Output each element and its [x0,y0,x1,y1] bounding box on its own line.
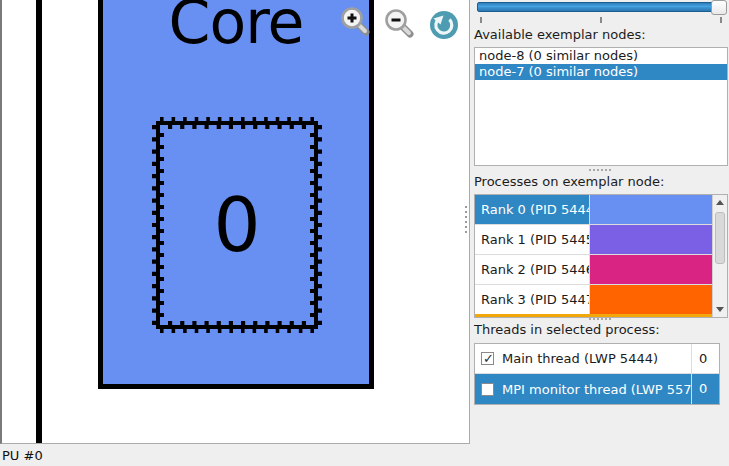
thread-checkbox-checked[interactable] [481,352,494,365]
app-window: Core 0 PU #0 [0,0,729,466]
process-table[interactable]: Rank 0 (PID 5444) Rank 1 (PID 5445) Rank… [474,194,728,318]
process-color-swatch [590,285,712,314]
process-color-swatch [590,255,712,284]
threads-section-label: Threads in selected process: [474,322,660,337]
process-color-swatch [590,225,712,254]
main-splitter-handle[interactable] [465,206,467,233]
slider-tick [600,17,602,23]
process-table-scrollbar[interactable] [712,195,727,317]
scrollbar-thumb[interactable] [715,212,725,264]
thread-row-selected[interactable]: MPI monitor thread (LWP 5575) 0 [475,374,719,404]
thread-label: Main thread (LWP 5444) [502,351,691,366]
process-row[interactable]: Rank 0 (PID 5444) [475,195,712,225]
pu-object-label: 0 [213,188,260,262]
core-object-label: Core [103,0,369,52]
scroll-up-arrow-icon[interactable] [713,195,727,210]
process-rank-label: Rank 0 (PID 5444) [475,195,590,224]
thread-checkbox-unchecked[interactable] [481,383,494,396]
thread-value: 0 [691,374,719,404]
node-list-item-selected[interactable]: node-7 (0 similar nodes) [475,64,727,80]
panel-splitter-handle[interactable] [589,318,612,320]
process-rank-label: Rank 2 (PID 5446) [475,255,590,284]
zoom-out-icon[interactable] [383,7,415,39]
thread-row[interactable]: Main thread (LWP 5444) 0 [475,344,719,374]
panel-splitter-handle[interactable] [589,169,612,171]
parent-object-edge [36,0,42,443]
depth-slider-groove[interactable] [477,2,727,12]
thread-value: 0 [691,344,719,373]
exemplar-node-list[interactable]: node-8 (0 similar nodes) node-7 (0 simil… [474,47,728,166]
nodes-section-label: Available exemplar nodes: [474,27,646,42]
process-row[interactable]: Rank 3 (PID 5447) [475,285,712,315]
processes-section-label: Processes on exemplar node: [474,174,664,189]
slider-tick [480,17,482,23]
depth-slider[interactable] [471,0,729,24]
process-rank-label: Rank 1 (PID 5445) [475,225,590,254]
process-row[interactable]: Rank 1 (PID 5445) [475,225,712,255]
zoom-in-icon[interactable] [339,5,371,37]
process-rank-label: Rank 3 (PID 5447) [475,285,590,314]
process-row[interactable]: Rank 2 (PID 5446) [475,255,712,285]
scroll-down-arrow-icon[interactable] [713,302,727,317]
process-color-swatch [590,195,712,224]
thread-label: MPI monitor thread (LWP 5575) [502,382,691,397]
partial-process-row [475,314,712,317]
status-bar-text: PU #0 [2,448,43,463]
side-panel: Available exemplar nodes: node-8 (0 simi… [471,0,729,466]
pu-object-box[interactable]: 0 [152,117,322,333]
reset-view-icon[interactable] [429,10,459,40]
node-list-item[interactable]: node-8 (0 similar nodes) [475,48,727,64]
topology-canvas[interactable]: Core 0 [0,0,470,444]
slider-tick [720,17,722,23]
depth-slider-handle[interactable] [711,0,727,15]
thread-table[interactable]: Main thread (LWP 5444) 0 MPI monitor thr… [474,343,720,405]
core-object-box[interactable]: Core 0 [98,0,374,389]
